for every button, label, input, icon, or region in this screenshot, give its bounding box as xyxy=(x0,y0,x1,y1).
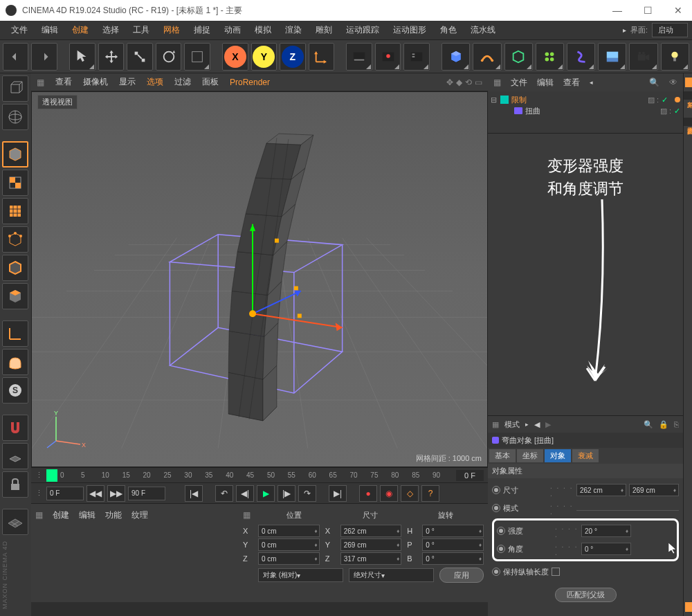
undo-button[interactable] xyxy=(3,43,28,71)
attr-mode-label[interactable]: 模式 xyxy=(504,419,520,430)
mat-create[interactable]: 创建 xyxy=(53,509,69,521)
axis-z-button[interactable]: Z xyxy=(280,43,305,71)
rot-input[interactable]: 0 °♦ xyxy=(422,552,484,565)
pos-input[interactable]: 0 cm♦ xyxy=(258,538,320,551)
nav-fwd-icon[interactable]: ▶ xyxy=(545,420,551,429)
render-settings-button[interactable] xyxy=(403,43,429,71)
size-input[interactable]: 317 cm♦ xyxy=(340,552,402,565)
search-icon[interactable]: 🔍 xyxy=(649,78,659,87)
last-tool[interactable] xyxy=(184,43,210,71)
vm-view[interactable]: 查看 xyxy=(55,76,72,88)
model-mode-icon[interactable] xyxy=(2,75,28,102)
keyframe-button[interactable]: ◇ xyxy=(401,485,419,502)
render-region-button[interactable] xyxy=(375,43,401,71)
attr-tab-object[interactable]: 对象 xyxy=(545,449,571,462)
vp-zoom-icon[interactable]: ◆ xyxy=(456,78,462,87)
size-y-input[interactable]: 269 cm♦ xyxy=(629,484,679,496)
mograph-button[interactable] xyxy=(536,43,564,71)
texture-mode-icon[interactable] xyxy=(2,170,28,196)
lock-icon[interactable] xyxy=(2,471,28,498)
end-frame-input[interactable]: 90 F xyxy=(128,487,165,500)
dock-tab-browser[interactable]: 内容浏览器 xyxy=(684,118,692,126)
spline-button[interactable] xyxy=(473,43,501,71)
key-options-button[interactable]: ? xyxy=(421,485,439,502)
primitive-button[interactable] xyxy=(441,43,470,71)
radio-icon[interactable] xyxy=(497,545,505,553)
step-back-button[interactable]: ↶ xyxy=(215,485,233,502)
radio-icon[interactable] xyxy=(492,568,500,576)
magnet-icon[interactable] xyxy=(2,415,28,441)
mat-edit[interactable]: 编辑 xyxy=(79,509,95,521)
light-button[interactable] xyxy=(661,43,689,71)
dock-icon-bottom[interactable] xyxy=(685,602,692,612)
autokey-button[interactable]: ◉ xyxy=(380,485,398,502)
mat-func[interactable]: 功能 xyxy=(105,509,122,521)
timeline-ruler[interactable]: 051015202530354045505560657075808590 xyxy=(60,471,453,479)
go-start-button[interactable]: |◀ xyxy=(185,485,203,502)
move-tool[interactable] xyxy=(98,43,124,71)
menu-snap[interactable]: 捕捉 xyxy=(187,21,217,39)
layout-dropdown[interactable]: 启动 xyxy=(652,23,688,37)
vm-panel[interactable]: 面板 xyxy=(202,76,219,88)
step-fwd-button[interactable]: ↷ xyxy=(298,485,316,502)
select-tool[interactable] xyxy=(69,43,95,71)
vp-toggle-icon[interactable]: ▭ xyxy=(475,78,482,87)
play-button[interactable]: ▶ xyxy=(257,485,275,502)
om-edit[interactable]: 编辑 xyxy=(537,77,554,89)
size-input[interactable]: 262 cm♦ xyxy=(340,525,402,537)
object-mode-icon[interactable] xyxy=(2,141,28,167)
menu-anim[interactable]: 动画 xyxy=(217,21,248,39)
soft-select-icon[interactable] xyxy=(2,349,28,375)
menu-render[interactable]: 渲染 xyxy=(278,21,309,39)
timeline-current[interactable]: 0 F xyxy=(456,470,484,481)
menu-motion-track[interactable]: 运动跟踪 xyxy=(339,21,386,39)
uv-mode-icon[interactable] xyxy=(2,198,28,224)
record-button[interactable]: ● xyxy=(359,485,377,502)
dock-tab-objects[interactable]: 对象 xyxy=(684,91,692,100)
edge-mode-icon[interactable] xyxy=(2,255,28,281)
radio-icon[interactable] xyxy=(492,504,500,512)
coord-mode1-dropdown[interactable]: 对象 (相对) ▾ xyxy=(258,568,343,582)
maximize-button[interactable]: ☐ xyxy=(639,2,656,19)
vm-display[interactable]: 显示 xyxy=(119,76,136,88)
polygon-mode-icon[interactable] xyxy=(2,283,28,309)
menu-edit[interactable]: 编辑 xyxy=(35,21,65,39)
next-key-button[interactable]: ▶▶ xyxy=(107,485,125,502)
attr-search-icon[interactable]: 🔍 xyxy=(644,420,653,429)
vp-rotate-icon[interactable]: ⟲ xyxy=(465,78,472,87)
menu-select[interactable]: 选择 xyxy=(95,21,126,39)
vm-prorender[interactable]: ProRender xyxy=(230,78,270,87)
environment-button[interactable] xyxy=(598,43,626,71)
axis-y-button[interactable]: Y xyxy=(251,43,277,71)
attr-tab-basic[interactable]: 基本 xyxy=(489,449,516,462)
eye-icon[interactable]: 👁 xyxy=(669,78,677,87)
render-view-button[interactable] xyxy=(346,43,372,71)
go-end-button[interactable]: ▶| xyxy=(329,485,347,502)
size-input[interactable]: 269 cm♦ xyxy=(340,538,402,551)
redo-button[interactable] xyxy=(31,43,57,71)
axis-mode-icon[interactable] xyxy=(2,320,28,347)
om-file[interactable]: 文件 xyxy=(511,77,527,89)
object-tree[interactable]: ⊟ 限制 ▨ : ✓ 扭曲 ▨ : ✓ xyxy=(488,91,683,133)
globe-mode-icon[interactable] xyxy=(2,104,28,130)
menu-sim[interactable]: 模拟 xyxy=(248,21,278,39)
menu-character[interactable]: 角色 xyxy=(433,21,464,39)
attr-lock-icon[interactable]: 🔒 xyxy=(659,420,668,429)
size-x-input[interactable]: 262 cm♦ xyxy=(576,484,626,496)
frame-back-button[interactable]: ◀| xyxy=(236,485,254,502)
strength-input[interactable]: 20 °♦ xyxy=(581,525,631,537)
coord-system-button[interactable] xyxy=(309,43,334,71)
pos-input[interactable]: 0 cm♦ xyxy=(258,525,320,537)
angle-input[interactable]: 0 °♦ xyxy=(581,543,631,555)
menu-mograph[interactable]: 运动图形 xyxy=(386,21,433,39)
vm-camera[interactable]: 摄像机 xyxy=(83,76,108,88)
vm-filter[interactable]: 过滤 xyxy=(174,76,191,88)
start-frame-input[interactable]: 0 F xyxy=(46,487,84,500)
nav-back-icon[interactable]: ◀ xyxy=(534,420,540,429)
radio-icon[interactable] xyxy=(497,527,505,535)
match-parent-button[interactable]: 匹配到父级 xyxy=(555,588,617,602)
close-button[interactable]: ✕ xyxy=(670,2,686,19)
attr-tab-coord[interactable]: 坐标 xyxy=(517,449,543,462)
attr-tab-falloff[interactable]: 衰减 xyxy=(572,449,599,462)
timeline-playhead[interactable] xyxy=(46,469,57,482)
